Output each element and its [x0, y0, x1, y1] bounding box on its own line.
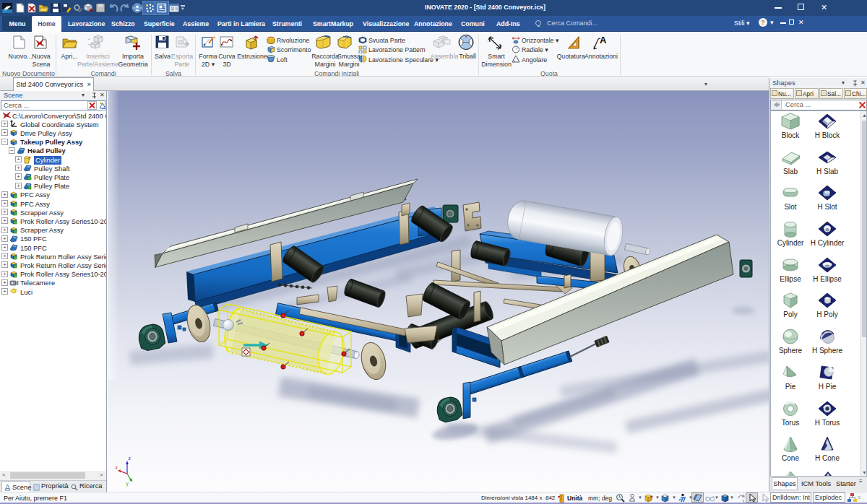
svg-text:A: A — [600, 35, 607, 45]
svg-text:z: z — [128, 456, 130, 461]
